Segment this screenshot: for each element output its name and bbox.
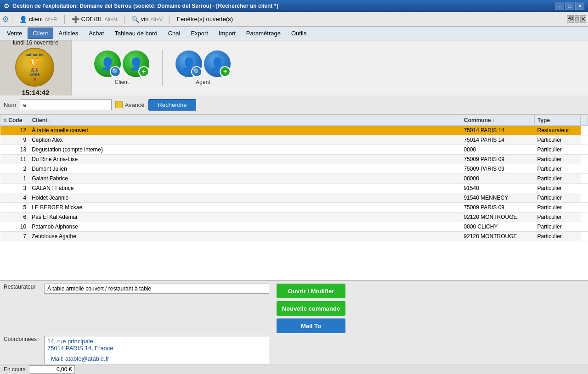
vin-shortcut: Alt+V — [150, 17, 163, 22]
close-button[interactable]: ✕ — [575, 2, 584, 10]
menu-parametrage[interactable]: Paramétrage — [241, 28, 286, 39]
search-agent-button[interactable]: 👤 🔍 — [175, 50, 202, 77]
cell-type: Particulier — [535, 222, 581, 232]
agent-group-label: Agent — [196, 79, 210, 85]
menu-articles[interactable]: Articles — [54, 28, 84, 39]
search-client-button[interactable]: 👤 🔍 — [94, 50, 121, 77]
menu-achat[interactable]: Achat — [84, 28, 109, 39]
app-icon: ⚙ — [2, 14, 9, 24]
sort-arrow-client: ↕ — [49, 118, 51, 123]
minimize-button[interactable]: ─ — [555, 2, 564, 10]
nouvelle-commande-button[interactable]: Nouvelle commande — [277, 301, 345, 316]
col-header-code[interactable]: ⇅ Code ↑ — [0, 115, 29, 126]
cell-client: Zeublouse Agathe — [29, 232, 461, 241]
client-icon: 👤 — [19, 16, 27, 23]
menu-client[interactable]: Client — [28, 28, 53, 39]
add-client-button[interactable]: 👤 + — [123, 50, 149, 77]
cell-code: 1 — [0, 174, 29, 184]
cell-type: Particulier — [535, 203, 581, 212]
agent-icons: 👤 🔍 👤 + — [175, 50, 231, 77]
nom-input[interactable] — [20, 99, 112, 110]
table-row[interactable]: 6Pas El Kal Adémar92120 MONTROUGEParticu… — [0, 212, 588, 222]
cde-bl-label: CDE/BL — [81, 16, 103, 22]
table-row[interactable]: 7Zeublouse Agathe92120 MONTROUGEParticul… — [0, 232, 588, 241]
mail-to-button[interactable]: Mail To — [277, 318, 345, 333]
search-overlay-icon: 🔍 — [110, 66, 121, 77]
icon-panel: 👤 🔍 👤 + Client 👤 🔍 — [71, 40, 588, 95]
trophy-icon: 🏆 — [27, 57, 43, 72]
ouvrir-modifier-button[interactable]: Ouvrir / Modifier — [277, 284, 345, 298]
cell-commune: 92120 MONTROUGE — [461, 232, 535, 241]
table-row[interactable]: 9Ception Alex75014 PARIS 14Particulier — [0, 135, 588, 145]
cell-client: Pas El Kal Adémar — [29, 212, 461, 222]
logo-text-top: palmares — [25, 52, 44, 57]
cell-type: Restaurateur — [535, 126, 581, 135]
cde-bl-toolbar-btn[interactable]: ➕ CDE/BL Alt+N — [68, 14, 121, 25]
nom-label: Nom — [4, 101, 16, 108]
maximize-button[interactable]: □ — [565, 2, 574, 10]
restore-btn[interactable]: 🗗 — [567, 15, 574, 23]
col-header-commune[interactable]: Commune ↕ — [461, 115, 535, 126]
restaurateur-row: Restaurateur À table armelle couvert / r… — [4, 284, 584, 333]
cell-commune: 91540 — [461, 184, 535, 193]
table-row[interactable]: 12À table armelle couvert75014 PARIS 14R… — [0, 126, 588, 135]
tb-close-btn[interactable]: ✕ — [580, 15, 586, 23]
cell-client: Holdet Jeannie — [29, 193, 461, 203]
menu-chai[interactable]: Chai — [163, 28, 186, 39]
cell-commune: 00000 — [461, 174, 535, 184]
sort-arrow-commune: ↕ — [492, 118, 495, 123]
fenetres-toolbar-btn[interactable]: Fenêtre(s) ouverte(s) — [173, 14, 237, 24]
avance-checkbox-container[interactable]: Avancé — [115, 101, 144, 108]
table-row[interactable]: 13Degustation (compte interne)0000Partic… — [0, 145, 588, 155]
client-shortcut: Alt+R — [45, 17, 57, 22]
tb-maximize-btn[interactable]: □ — [575, 15, 579, 23]
window-controls: ─ □ ✕ — [555, 2, 584, 10]
add-agent-button[interactable]: 👤 + — [204, 50, 231, 77]
status-bar: En cours 0,00 € — [0, 364, 588, 374]
address-line2: 75014 PARIS 14, France — [47, 345, 266, 352]
table-row[interactable]: 4Holdet Jeannie91540 MENNECYParticulier — [0, 193, 588, 203]
table-row[interactable]: 10Patamob Alphonse0000 CLICHYParticulier — [0, 222, 588, 232]
table-row[interactable]: 5LE BERGER Mickael75009 PARIS 09Particul… — [0, 203, 588, 212]
table-row[interactable]: 1Galant Fabrice00000Particulier — [0, 174, 588, 184]
cell-type: Particulier — [535, 174, 581, 184]
table-row[interactable]: 11Du Rine Anna-Lise75009 PARIS 09Particu… — [0, 155, 588, 164]
table-container[interactable]: ⇅ Code ↑ Client ↕ Commune ↕ Type 12À tab… — [0, 115, 588, 280]
cell-code: 3 — [0, 184, 29, 193]
cell-client: GALANT Fabrice — [29, 184, 461, 193]
title-text: Gestion de l'exploitation: Domaine del S… — [12, 3, 555, 9]
avance-checkbox[interactable] — [115, 101, 123, 108]
cell-client: Ception Alex — [29, 135, 461, 145]
client-toolbar-btn[interactable]: 👤 client Alt+R — [15, 14, 62, 25]
cde-bl-shortcut: Alt+N — [105, 17, 117, 22]
table-row[interactable]: 3GALANT Fabrice91540Particulier — [0, 184, 588, 193]
address-mail: - Mail: atable@atable.fr — [47, 355, 266, 362]
cell-type: Particulier — [535, 135, 581, 145]
cell-code: 2 — [0, 164, 29, 174]
cell-type: Particulier — [535, 145, 581, 155]
col-header-type[interactable]: Type — [535, 115, 581, 126]
logo-circle: palmares 🏆 .wine ✕ — [15, 48, 54, 87]
vin-toolbar-btn[interactable]: 🔍 vin Alt+V — [127, 14, 167, 25]
client-group-label: Client — [115, 79, 129, 85]
date-display: lundi 16 novembre — [13, 39, 58, 46]
recherche-button[interactable]: Recherche — [148, 99, 197, 111]
menu-import[interactable]: Import — [214, 28, 241, 39]
logo-container: palmares 🏆 .wine ✕ — [15, 48, 57, 87]
menubar-container: Vente Client Articles Achat Tableau de b… — [0, 27, 588, 40]
toolbar-icon-area: ⚙ — [2, 14, 9, 24]
menu-vente[interactable]: Vente — [2, 28, 27, 39]
address-spacer — [47, 352, 266, 355]
client-icons: 👤 🔍 👤 + — [94, 50, 149, 77]
en-cours-value: 0,00 € — [29, 365, 75, 374]
menu-export[interactable]: Export — [186, 28, 213, 39]
col-header-client[interactable]: Client ↕ — [29, 115, 461, 126]
cell-code: 13 — [0, 145, 29, 155]
title-icon: ⚙ — [4, 2, 10, 10]
table-row[interactable]: 2Dumont Julien75009 PARIS 09Particulier — [0, 164, 588, 174]
menu-tableau-de-bord[interactable]: Tableau de bord — [109, 28, 162, 39]
clients-table: ⇅ Code ↑ Client ↕ Commune ↕ Type 12À tab… — [0, 115, 588, 241]
menu-outils[interactable]: Outils — [286, 28, 311, 39]
add-icon: ➕ — [72, 16, 79, 23]
sort-asc-icon: ↑ — [24, 118, 26, 123]
